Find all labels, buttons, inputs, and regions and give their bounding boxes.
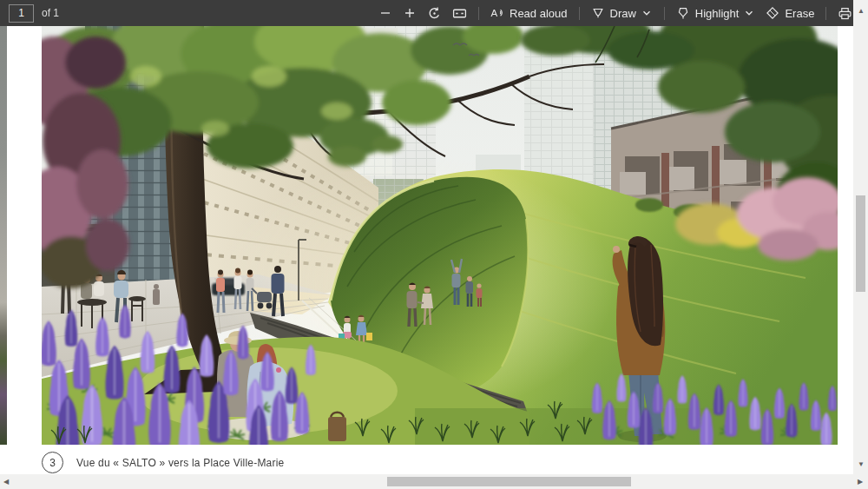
highlight-button[interactable]: Highlight: [671, 0, 761, 26]
figure-rendering: [42, 26, 838, 445]
figure-caption: 3 Vue du « SALTO » vers la Place Ville-M…: [42, 452, 284, 473]
erase-button[interactable]: Erase: [760, 0, 819, 26]
vertical-scrollbar-thumb[interactable]: [856, 195, 865, 292]
draw-dropdown[interactable]: [641, 7, 653, 19]
draw-label: Draw: [610, 7, 636, 20]
toolbar-separator: [664, 7, 665, 20]
scroll-right-icon[interactable]: ▶: [858, 479, 863, 486]
highlighter-icon: [676, 6, 690, 20]
toolbar-separator: [478, 7, 479, 20]
eraser-icon: [766, 6, 779, 20]
read-aloud-button[interactable]: A Read aloud: [485, 0, 573, 26]
zoom-in-button[interactable]: [398, 0, 422, 26]
scroll-down-icon[interactable]: ▼: [858, 461, 865, 468]
fit-to-width-button[interactable]: [447, 0, 472, 26]
draw-pen-icon: [591, 6, 605, 20]
toolbar-separator: [579, 7, 580, 20]
highlight-dropdown[interactable]: [743, 7, 755, 19]
read-aloud-label: Read aloud: [510, 7, 568, 20]
scroll-up-icon[interactable]: ▲: [858, 8, 865, 15]
read-aloud-icon: A: [490, 6, 504, 20]
highlight-label: Highlight: [695, 7, 740, 20]
vertical-scrollbar[interactable]: ▲ ▼: [853, 0, 868, 474]
caption-text: Vue du « SALTO » vers la Place Ville-Mar…: [76, 457, 284, 469]
draw-button[interactable]: Draw: [586, 0, 658, 26]
horizontal-scrollbar[interactable]: ◀ ▶: [0, 474, 868, 489]
fit-to-width-icon: [452, 6, 467, 21]
rotate-button[interactable]: [422, 0, 447, 26]
zoom-out-button[interactable]: [373, 0, 398, 26]
rotate-icon: [427, 6, 442, 21]
svg-text:A: A: [491, 8, 498, 18]
chevron-down-icon: [641, 7, 653, 19]
horizontal-scrollbar-thumb[interactable]: [387, 477, 631, 486]
pdf-toolbar: of 1 A Read aloud: [0, 0, 853, 26]
chevron-down-icon: [743, 7, 755, 19]
toolbar-separator: [825, 7, 826, 20]
pdf-page: 3 Vue du « SALTO » vers la Place Ville-M…: [0, 26, 853, 474]
adjacent-figure-sliver: [0, 26, 7, 445]
zoom-in-icon: [403, 6, 417, 20]
erase-label: Erase: [785, 7, 814, 20]
zoom-out-icon: [378, 6, 392, 20]
page-count-label: of 1: [42, 7, 59, 19]
page-number-input[interactable]: [9, 4, 34, 23]
caption-number-badge: 3: [42, 452, 63, 473]
print-icon: [838, 6, 852, 21]
scroll-left-icon[interactable]: ◀: [3, 479, 9, 486]
toolbar-controls: A Read aloud Draw Highlight: [373, 0, 868, 26]
